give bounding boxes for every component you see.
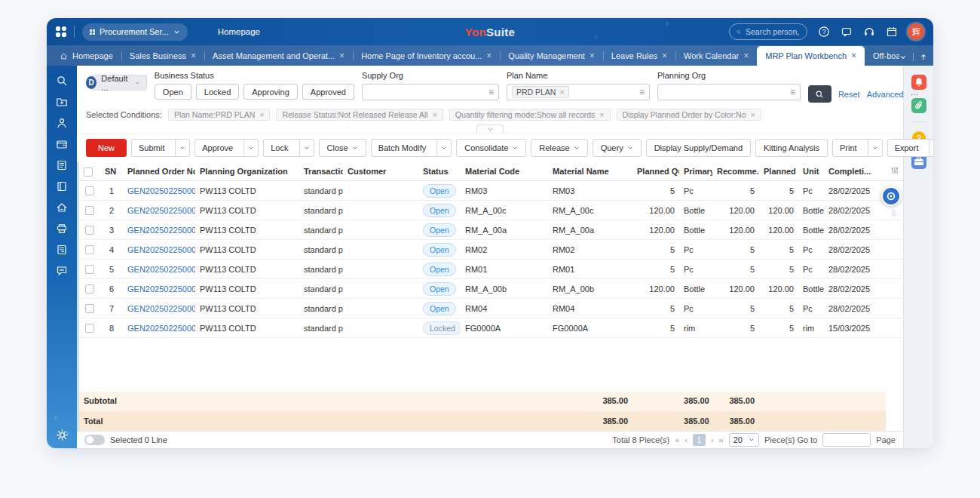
plan-name-tag[interactable]: PRD PLAN × [512, 86, 569, 98]
advanced-button[interactable]: Advanced [867, 90, 904, 99]
app-logo-icon[interactable] [56, 26, 66, 37]
page-size-select[interactable]: 20 [729, 433, 759, 447]
dropdown-caret-icon[interactable] [436, 140, 451, 156]
tab-sales-business[interactable]: Sales Business× [121, 46, 204, 66]
filter-scheme-selector[interactable]: D Default ... [86, 75, 147, 91]
selected-only-toggle[interactable] [84, 435, 105, 445]
nav-title[interactable]: Homepage [218, 27, 260, 36]
remove-tag-icon[interactable]: × [559, 88, 564, 97]
column-header-transactio[interactable]: Transactio... [299, 162, 343, 181]
invoice-icon[interactable] [55, 158, 69, 172]
dropdown-caret-icon[interactable] [929, 140, 933, 156]
help-icon[interactable]: ? [817, 26, 830, 38]
status-filter-approved[interactable]: Approved [302, 84, 354, 100]
printer-icon[interactable] [55, 222, 69, 235]
order-no-link[interactable]: GEN202502250003 [127, 284, 195, 294]
notebook-icon[interactable] [55, 180, 69, 193]
column-header-sn[interactable]: SN [100, 162, 123, 181]
remove-tag-icon[interactable]: × [259, 110, 264, 119]
row-checkbox[interactable] [85, 284, 94, 294]
table-row[interactable]: 4GEN202502250005PW113 COLTDstandard p...… [79, 240, 905, 260]
column-header-material-code[interactable]: Material Code [461, 162, 548, 181]
order-no-link[interactable]: GEN202502250007 [127, 206, 195, 215]
prev-page-button[interactable]: ‹ [684, 435, 688, 444]
settings-gear-icon[interactable] [55, 428, 69, 441]
column-header-unit[interactable]: Unit [798, 162, 824, 181]
lookup-icon[interactable]: ≡ [790, 87, 795, 97]
order-no-link[interactable]: GEN202502250008 [127, 186, 195, 195]
column-header-status[interactable]: Status [418, 162, 461, 181]
condition-tag-display-planned-order-by-color[interactable]: Display Planned Order by Color:No× [617, 109, 761, 121]
row-checkbox[interactable] [85, 226, 94, 235]
column-header-planning-organization[interactable]: Planning Organization [195, 162, 299, 181]
drag-handle-icon[interactable]: ⣿ [891, 210, 896, 217]
tab-leave-rules[interactable]: Leave Rules× [603, 46, 675, 66]
support-headset-icon[interactable] [862, 26, 875, 38]
submit-button[interactable]: Submit [131, 139, 190, 157]
column-header-completi[interactable]: Completi... [824, 162, 886, 181]
export-button[interactable]: Export [887, 139, 933, 157]
calendar-icon[interactable] [885, 26, 898, 38]
user-avatar[interactable]: 辉 [908, 23, 924, 40]
status-filter-open[interactable]: Open [155, 84, 191, 100]
tab-asset-management-and-operat[interactable]: Asset Management and Operat...× [204, 46, 353, 66]
tabs-chevron-down-icon[interactable] [899, 54, 907, 61]
tab-close-icon[interactable]: × [486, 51, 492, 60]
search-submit-button[interactable] [808, 85, 831, 103]
row-checkbox[interactable] [85, 304, 94, 313]
table-row[interactable]: 3GEN202502250006PW113 COLTDstandard p...… [79, 220, 905, 240]
tabs-expand-icon[interactable] [920, 54, 927, 61]
column-header-planned-order-no[interactable]: Planned Order No. [123, 162, 195, 181]
lookup-icon[interactable]: ≡ [488, 87, 494, 97]
remove-tag-icon[interactable]: × [751, 110, 755, 119]
query-button[interactable]: Query [593, 139, 642, 157]
remove-tag-icon[interactable]: × [433, 110, 437, 119]
tab-close-icon[interactable]: × [590, 51, 595, 60]
tab-close-icon[interactable]: × [851, 51, 856, 60]
table-row[interactable]: 2GEN202502250007PW113 COLTDstandard p...… [79, 201, 905, 220]
column-filter-icon[interactable] [890, 166, 899, 175]
supply-org-input[interactable]: ≡ [362, 84, 499, 100]
goto-page-input[interactable] [822, 433, 871, 447]
tab-homepage[interactable]: Homepage [51, 46, 121, 66]
kitting-analysis-button[interactable]: Kitting Analysis [755, 139, 828, 157]
table-row[interactable]: 5GEN202502250004PW113 COLTDstandard p...… [79, 260, 905, 279]
column-header-recomme[interactable]: Recomme... [712, 162, 759, 181]
tab-close-icon[interactable]: × [743, 51, 749, 60]
table-row[interactable]: 1GEN202502250008PW113 COLTDstandard p...… [79, 181, 905, 201]
home-org-icon[interactable] [55, 201, 69, 214]
global-search-input[interactable] [746, 27, 800, 36]
order-no-link[interactable]: GEN202502250002 [127, 304, 195, 313]
last-page-button[interactable]: » [719, 435, 724, 444]
tab-quality-management[interactable]: Quality Management× [500, 46, 603, 66]
approve-button[interactable]: Approve [194, 139, 259, 157]
select-all-checkbox[interactable] [84, 168, 93, 177]
supply-org-input-field[interactable] [367, 88, 484, 97]
global-search[interactable] [729, 23, 807, 40]
remove-tag-icon[interactable]: × [599, 110, 604, 119]
tab-home-page-of-inventory-accou[interactable]: Home Page of Inventory accou...× [353, 46, 500, 66]
dropdown-caret-icon[interactable] [175, 140, 189, 156]
tab-off-boarding-confirmation[interactable]: Off-boarding Confirmation× [865, 46, 899, 66]
order-no-link[interactable]: GEN202502250001 [127, 324, 195, 333]
consolidate-button[interactable]: Consolidate [456, 139, 526, 157]
row-checkbox[interactable] [85, 324, 94, 333]
table-row[interactable]: 6GEN202502250003PW113 COLTDstandard p...… [79, 279, 905, 299]
more-filters-button[interactable]: ··· [911, 90, 919, 99]
next-page-button[interactable]: › [711, 435, 714, 444]
search-icon[interactable] [55, 74, 69, 88]
assistant-floating-button[interactable] [881, 186, 901, 206]
row-checkbox[interactable] [85, 186, 94, 195]
column-header-planned-qu[interactable]: Planned Qu... [632, 162, 679, 181]
condition-tag-quantity-filtering-mode[interactable]: Quantity filtering mode:Show all records… [449, 109, 611, 121]
message-icon[interactable] [840, 26, 853, 38]
batch-modify-button[interactable]: Batch Modify [371, 139, 452, 157]
new-button[interactable]: New [86, 139, 127, 157]
row-checkbox[interactable] [85, 265, 94, 274]
order-no-link[interactable]: GEN202502250006 [127, 226, 195, 235]
tab-close-icon[interactable]: × [339, 51, 345, 60]
column-header-material-name[interactable]: Material Name [548, 162, 632, 181]
planning-org-input-field[interactable] [663, 88, 786, 97]
table-row[interactable]: 8GEN202502250001PW113 COLTDstandard p...… [79, 318, 905, 338]
tab-mrp-plan-workbench[interactable]: MRP Plan Workbench× [757, 46, 865, 66]
